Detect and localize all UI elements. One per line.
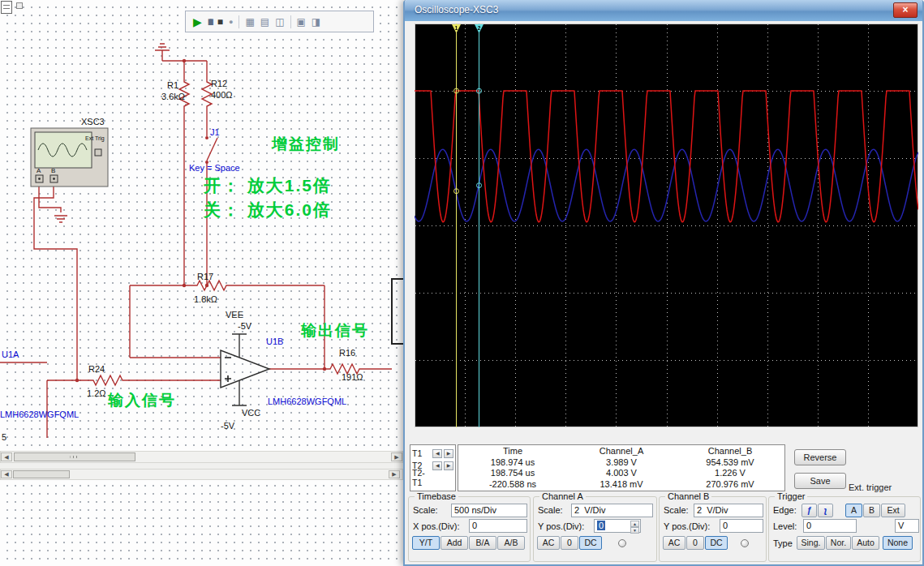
- channel-a-ypos-label: Y pos.(Div):: [538, 521, 584, 531]
- vee-value: -5V: [238, 321, 251, 332]
- t1-label: T1: [412, 448, 431, 458]
- cursor-selector-box: T1 ◀ ▶ T2 ◀ ▶ T2-T1: [410, 444, 456, 491]
- vcc-value: -5V: [221, 421, 234, 431]
- schematic-canvas[interactable]: ▶ ▮▮ ■ ● ▦ ▤ ◫ ▣ ◨: [0, 0, 403, 566]
- trigger-level-label: Level:: [773, 521, 797, 531]
- spinner[interactable]: ▲▼: [630, 521, 639, 531]
- channel-b-zero-button[interactable]: 0: [686, 536, 704, 550]
- t1-time: 198.974 us: [458, 457, 567, 469]
- scroll-left-icon[interactable]: ◀: [1, 452, 12, 461]
- channel-a-zero-button[interactable]: 0: [561, 536, 578, 550]
- gain-title: 增益控制: [272, 135, 340, 153]
- close-icon[interactable]: ×: [893, 2, 918, 18]
- r17-value: 1.8kΩ: [194, 294, 217, 305]
- edge-rising-icon[interactable]: ƒ: [802, 504, 817, 517]
- resistor-r17: [195, 281, 230, 290]
- j1-name: J1: [210, 127, 220, 138]
- channel-b-ypos-field[interactable]: 0: [720, 519, 763, 533]
- r1-name: R1: [167, 80, 178, 91]
- t1-left-icon[interactable]: ◀: [432, 449, 442, 458]
- timebase-xpos-label: X pos.(Div):: [413, 521, 459, 531]
- t2-right-icon[interactable]: ▶: [444, 461, 453, 470]
- opamp-model-label: LMH6628WGFQML: [268, 397, 346, 407]
- gain-on-note: 开： 放大1.5倍: [204, 176, 332, 195]
- spin-up-icon[interactable]: ▲: [630, 521, 639, 527]
- r24-name: R24: [88, 364, 105, 375]
- diff-channel-b: 270.976 mV: [676, 479, 784, 491]
- trigger-level-field[interactable]: 0: [803, 519, 857, 533]
- reverse-button[interactable]: Reverse: [794, 449, 846, 465]
- titlebar[interactable]: Oscilloscope-XSC3 ×: [405, 0, 922, 21]
- t2t1-label: T2-T1: [412, 468, 432, 487]
- t2t1-row: T2-T1: [412, 472, 453, 483]
- t2-time: 198.754 us: [458, 468, 567, 479]
- scrollbar-thumb[interactable]: [14, 452, 135, 461]
- opamp-u1b[interactable]: [221, 334, 269, 405]
- thumb-grip: [71, 456, 80, 458]
- t1-channel-b: 954.539 mV: [676, 457, 784, 469]
- connector-block[interactable]: [392, 279, 403, 344]
- u1a-label: U1A: [2, 349, 19, 360]
- channel-b-ac-button[interactable]: AC: [663, 536, 685, 550]
- trigger-edge-label: Edge:: [773, 505, 797, 515]
- trigger-ext-button[interactable]: Ext: [881, 504, 905, 517]
- channel-a-scale-field[interactable]: 2 V/Div: [571, 504, 653, 517]
- t1-right-icon[interactable]: ▶: [444, 449, 453, 458]
- scroll-right-icon[interactable]: ▶: [391, 452, 402, 461]
- trigger-group: Trigger Edge: ƒ ʅ A B Ext Level: 0 V Typ…: [768, 496, 921, 562]
- timebase-xpos-field[interactable]: 0: [469, 519, 527, 533]
- horizontal-scrollbar-1[interactable]: ◀ ▶: [0, 451, 403, 463]
- partial-label: 5: [2, 432, 6, 443]
- output-signal-note: 输出信号: [301, 322, 369, 340]
- t2-channel-a: 4.003 V: [567, 468, 676, 479]
- trigger-type-label: Type: [773, 538, 793, 548]
- switch-j1[interactable]: [205, 136, 217, 164]
- wires: [0, 44, 392, 438]
- ba-mode-button[interactable]: B/A: [469, 536, 496, 550]
- channel-a-ypos-field[interactable]: 0▲▼: [594, 519, 641, 533]
- ab-mode-button[interactable]: A/B: [497, 536, 525, 550]
- trigger-a-button[interactable]: A: [845, 504, 862, 517]
- timebase-scale-label: Scale:: [413, 505, 438, 515]
- trigger-sing-button[interactable]: Sing.: [797, 536, 825, 550]
- trigger-b-button[interactable]: B: [863, 504, 880, 517]
- channel-a-scale-label: Scale:: [538, 505, 563, 515]
- trigger-auto-button[interactable]: Auto: [852, 536, 879, 550]
- trigger-legend: Trigger: [775, 491, 807, 501]
- channel-b-scale-field[interactable]: 2 V/Div: [694, 504, 763, 517]
- scope-display[interactable]: [415, 24, 918, 427]
- ypos-selected-text: 0: [597, 521, 605, 530]
- vcc-label: VCC: [242, 408, 260, 418]
- junction-dots: [75, 59, 326, 382]
- t1-channel-a: 3.989 V: [567, 457, 676, 469]
- trigger-none-button[interactable]: None: [883, 536, 913, 550]
- channel-a-dc-button[interactable]: DC: [579, 536, 602, 550]
- multisim-workspace: ▶ ▮▮ ■ ● ▦ ▤ ◫ ▣ ◨: [0, 0, 924, 566]
- channel-a-legend: Channel A: [539, 491, 586, 501]
- r1-value: 3.6kΩ: [161, 92, 185, 102]
- cursor-readout-table: Time Channel_A Channel_B 198.974 us 3.98…: [458, 444, 785, 491]
- channel-b-group: Channel B Scale: 2 V/Div Y pos.(Div): 0 …: [659, 496, 767, 562]
- u1b-label: U1B: [266, 337, 283, 347]
- yt-mode-button[interactable]: Y/T: [412, 536, 440, 550]
- ext-trig-label: Ext Trig: [85, 135, 105, 142]
- save-button[interactable]: Save: [794, 473, 846, 489]
- horizontal-scrollbar-2[interactable]: ◀ ▶: [0, 469, 403, 480]
- diff-time: -220.588 ns: [458, 479, 567, 491]
- scrollbar-thumb[interactable]: [13, 470, 70, 478]
- channel-b-ground-icon: [741, 539, 749, 547]
- timebase-scale-field[interactable]: 500 ns/Div: [451, 504, 527, 517]
- spin-down-icon[interactable]: ▼: [630, 527, 639, 534]
- add-mode-button[interactable]: Add: [441, 536, 468, 550]
- channel-b-dc-button[interactable]: DC: [705, 536, 728, 550]
- trigger-nor-button[interactable]: Nor.: [826, 536, 851, 550]
- scroll-right-icon[interactable]: ▶: [389, 470, 400, 478]
- trigger-level-unit[interactable]: V: [895, 519, 919, 533]
- t2-left-icon[interactable]: ◀: [432, 461, 442, 470]
- channel-b-ypos-label: Y pos.(Div):: [664, 521, 710, 531]
- waveform-canvas[interactable]: [415, 24, 918, 427]
- t1-row: T1 ◀ ▶: [412, 448, 453, 459]
- scroll-left-icon[interactable]: ◀: [1, 470, 12, 478]
- edge-falling-icon[interactable]: ʅ: [818, 504, 833, 517]
- channel-a-ac-button[interactable]: AC: [537, 536, 560, 550]
